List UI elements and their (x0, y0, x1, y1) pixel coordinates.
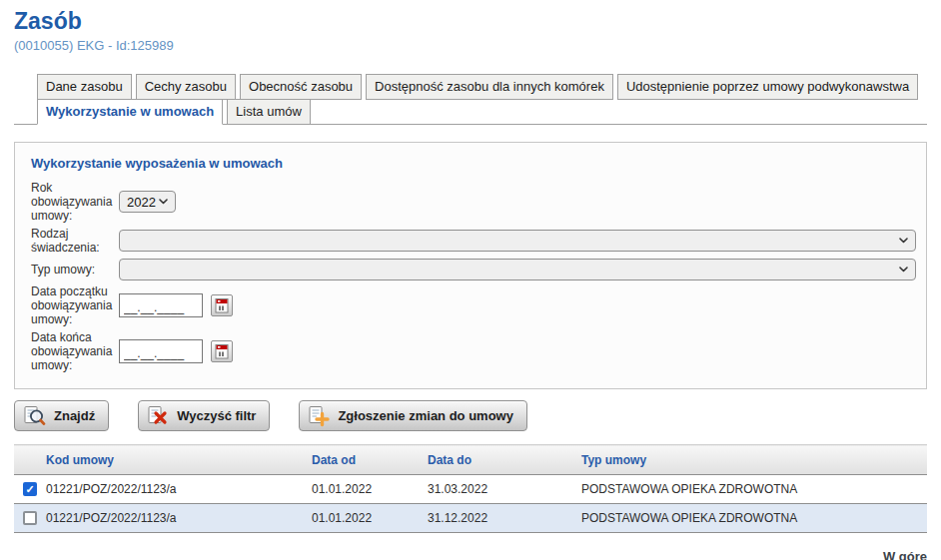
tab-row-1: Dane zasobu Cechy zasobu Obecność zasobu… (37, 74, 927, 100)
search-icon (23, 405, 46, 427)
row-checkbox[interactable] (23, 511, 37, 525)
filter-heading: Wykorzystanie wyposażenia w umowach (31, 151, 916, 181)
data-poczatku-input[interactable] (119, 293, 203, 317)
rodzaj-swiadczenia-select[interactable] (119, 230, 916, 252)
report-contract-changes-button[interactable]: Zgłoszenie zmian do umowy (299, 400, 527, 431)
row-checkbox[interactable] (23, 482, 37, 496)
column-header-checkbox (14, 445, 46, 475)
cell-kod-umowy: 01221/POZ/2022/1123/a (46, 504, 312, 533)
back-to-top-link[interactable]: W górę (14, 549, 927, 560)
tab-obecnosc-zasobu[interactable]: Obecność zasobu (240, 74, 362, 100)
filter-row-rodzaj: Rodzaj świadczenia: (31, 227, 916, 255)
data-poczatku-label: Data początku obowiązywania umowy: (31, 284, 119, 326)
cell-kod-umowy: 01221/POZ/2022/1123/a (46, 475, 312, 504)
find-button-label: Znajdź (54, 408, 95, 423)
tab-row-2: Wykorzystanie w umowach Lista umów (37, 100, 927, 124)
data-konca-calendar-button[interactable] (211, 340, 233, 362)
chevron-down-icon (899, 238, 908, 244)
action-buttons: Znajdź Wyczyść filtr Zgłoszenie zmian do… (14, 400, 927, 431)
data-poczatku-calendar-button[interactable] (211, 294, 233, 316)
rok-select[interactable]: 2022 (119, 191, 176, 213)
chevron-down-icon (159, 199, 168, 205)
find-button[interactable]: Znajdź (14, 400, 109, 431)
table-row: 01221/POZ/2022/1123/a 01.01.2022 31.12.2… (14, 504, 927, 533)
cell-data-od: 01.01.2022 (312, 504, 428, 533)
table-row: 01221/POZ/2022/1123/a 01.01.2022 31.03.2… (14, 475, 927, 504)
typ-umowy-label: Typ umowy: (31, 263, 119, 277)
filter-row-rok: Rok obowiązywania umowy: 2022 (31, 181, 916, 223)
report-contract-changes-button-label: Zgłoszenie zmian do umowy (338, 408, 513, 423)
cell-typ-umowy: PODSTAWOWA OPIEKA ZDROWOTNA (581, 504, 927, 533)
cell-data-od: 01.01.2022 (312, 475, 428, 504)
tab-dostepnosc-zasobu-dla-innych-komorek[interactable]: Dostępność zasobu dla innych komórek (366, 74, 613, 100)
tab-cechy-zasobu[interactable]: Cechy zasobu (136, 74, 236, 100)
filter-row-data-do: Data końca obowiązywania umowy: (31, 330, 916, 372)
tab-udostepnienie-poprzez-umowy-podwykonawstwa[interactable]: Udostępnienie poprzez umowy podwykonawst… (617, 74, 918, 100)
data-konca-label: Data końca obowiązywania umowy: (31, 330, 119, 372)
cell-typ-umowy: PODSTAWOWA OPIEKA ZDROWOTNA (581, 475, 927, 504)
typ-umowy-select[interactable] (119, 259, 916, 280)
rodzaj-swiadczenia-label: Rodzaj świadczenia: (31, 227, 119, 255)
column-header-typ-umowy: Typ umowy (581, 445, 927, 475)
clear-filter-button[interactable]: Wyczyść filtr (138, 400, 270, 431)
calendar-icon (215, 297, 229, 313)
tab-strip: Dane zasobu Cechy zasobu Obecność zasobu… (14, 74, 927, 125)
cell-data-do: 31.12.2022 (428, 504, 581, 533)
table-header-row: Kod umowy Data od Data do Typ umowy (14, 445, 927, 475)
column-header-data-do: Data do (428, 445, 581, 475)
clear-filter-icon (147, 405, 169, 427)
add-icon (308, 405, 330, 427)
column-header-data-od: Data od (312, 445, 428, 475)
contracts-table: Kod umowy Data od Data do Typ umowy 0122… (14, 444, 927, 533)
tab-wykorzystanie-w-umowach[interactable]: Wykorzystanie w umowach (37, 99, 223, 125)
filter-row-data-od: Data początku obowiązywania umowy: (31, 284, 916, 326)
cell-data-do: 31.03.2022 (428, 475, 581, 504)
clear-filter-button-label: Wyczyść filtr (177, 408, 256, 423)
rok-select-value: 2022 (127, 195, 156, 210)
rok-label: Rok obowiązywania umowy: (31, 181, 119, 223)
page-subtitle: (0010055) EKG - Id:125989 (14, 38, 941, 53)
tab-dane-zasobu[interactable]: Dane zasobu (37, 74, 132, 100)
filter-row-typ: Typ umowy: (31, 259, 916, 280)
tab-lista-umow[interactable]: Lista umów (227, 99, 311, 125)
calendar-icon (215, 343, 229, 359)
chevron-down-icon (899, 267, 908, 273)
column-header-kod-umowy: Kod umowy (46, 445, 312, 475)
page: Zasób (0010055) EKG - Id:125989 Dane zas… (0, 8, 941, 560)
page-title: Zasób (14, 8, 941, 35)
filter-panel: Wykorzystanie wyposażenia w umowach Rok … (14, 142, 927, 389)
data-konca-input[interactable] (119, 339, 203, 363)
